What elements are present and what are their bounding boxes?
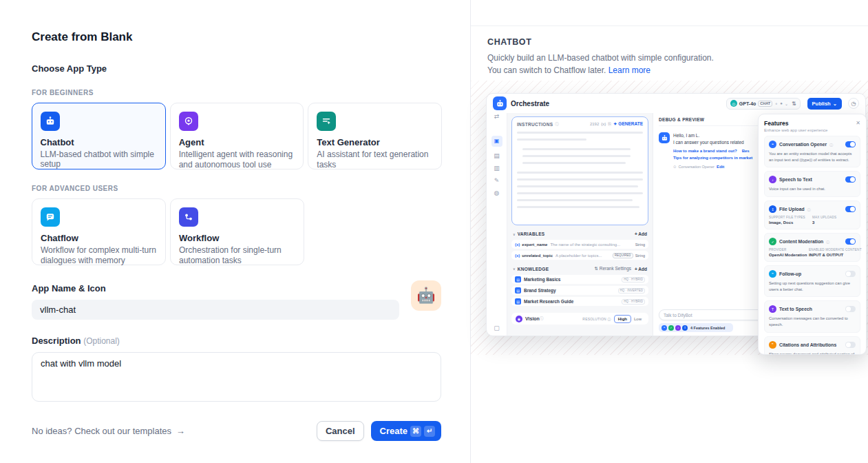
mini-grid-icon: ▢	[494, 325, 500, 331]
for-advanced-label: FOR ADVANCED USERS	[32, 185, 470, 192]
cancel-button[interactable]: Cancel	[317, 421, 364, 441]
mini-add-variable: + Add	[635, 232, 647, 236]
mini-variable-row: {x} expert_name The name of the strategi…	[511, 240, 648, 249]
mini-header: Orchestrate ◎ GPT-4o CHAT ⚬ ● ⌄ ⇅ Publis…	[487, 94, 865, 113]
mini-knowledge-row: ▤ Brand Strategy HQ · INVERTED	[511, 286, 648, 295]
close-icon: ✕	[856, 121, 860, 126]
mini-model-mode-badge: CHAT	[758, 101, 772, 107]
agent-icon	[179, 112, 198, 131]
chevron-down-icon: ∨	[513, 232, 516, 236]
create-app-panel: Create from Blank Choose App Type FOR BE…	[0, 0, 470, 463]
feature-toggle	[845, 141, 856, 147]
card-text-generator-title: Text Generator	[317, 137, 433, 147]
feature-item: ↥ File Upload ⓘ SUPPORT FILE TYPES Image…	[764, 200, 860, 229]
card-chatflow[interactable]: Chatflow Workflow for complex multi-turn…	[32, 198, 166, 265]
mini-instructions-panel: INSTRUCTIONS ⓘ 2192 {x} ⎘ ✦ GENERATE	[511, 116, 648, 225]
feature-toggle	[845, 271, 856, 277]
card-text-generator[interactable]: Text Generator AI assistant for text gen…	[308, 103, 442, 169]
moderation-feature-icon: ✓	[668, 325, 674, 331]
card-agent-desc: Intelligent agent with reasoning and aut…	[179, 150, 295, 169]
mini-model-name: GPT-4o	[739, 101, 756, 106]
preview-description: Quickly build an LLM-based chatbot with …	[487, 52, 725, 76]
conversation-opener-icon: ❝	[769, 141, 776, 148]
app-icon-picker[interactable]: 🤖	[411, 280, 441, 311]
upload-feature-icon: ↥	[682, 325, 688, 331]
mini-knowledge-header: ∨ KNOWLEDGE ⇅ Rerank Settings + Add	[513, 266, 647, 271]
mini-app-robot-icon	[493, 96, 507, 110]
dataset-icon: ▤	[515, 298, 521, 305]
opener-icon: ⊙	[673, 165, 677, 169]
placeholder-line	[522, 148, 631, 150]
choose-app-type-heading: Choose App Type	[32, 63, 470, 74]
mini-rerank-settings: ⇅ Rerank Settings	[594, 266, 631, 271]
mini-variable-row: {x} unrelated_topic A placeholder for to…	[511, 251, 648, 260]
text-to-speech-icon: T	[769, 305, 776, 313]
description-textarea[interactable]: chat with vllm model	[32, 352, 441, 402]
app-type-preview-panel: CHATBOT Quickly build an LLM-based chatb…	[470, 0, 868, 463]
mini-copy-icon: ⎘	[608, 122, 611, 127]
mini-sliders-icon: ⇅	[792, 101, 796, 107]
placeholder-line	[517, 132, 643, 134]
card-chatflow-desc: Workflow for complex multi-turn dialogue…	[41, 245, 157, 265]
advanced-cards-row: Chatflow Workflow for complex multi-turn…	[32, 198, 442, 265]
eye-icon: ◉	[516, 316, 522, 322]
placeholder-line	[517, 185, 638, 187]
mini-note-icon: ✎	[494, 178, 500, 184]
placeholder-line	[522, 155, 631, 157]
mini-settings-dot-icon: ●	[780, 101, 783, 105]
feature-toggle	[845, 238, 856, 245]
mini-edit-link: Edit	[717, 165, 724, 169]
card-workflow-title: Workflow	[179, 233, 295, 243]
mini-knowledge-row: ▤ Market Research Guide HQ · HYBRID	[511, 297, 648, 306]
chatflow-icon	[41, 207, 60, 227]
opener-feature-icon: ❝	[661, 325, 667, 331]
dataset-icon: ▤	[515, 276, 521, 282]
app-name-label: App Name & Icon	[32, 283, 441, 294]
card-agent-title: Agent	[179, 137, 295, 147]
shield-check-icon: ✓	[769, 238, 776, 245]
feature-item: T Text to Speech Conversation messages c…	[764, 300, 860, 332]
chat-bubble-icon: ❞	[769, 270, 776, 278]
mini-chevron-down-icon: ⌄	[785, 101, 788, 106]
card-chatbot[interactable]: Chatbot LLM-based chatbot with simple se…	[32, 103, 166, 169]
templates-link[interactable]: No ideas? Check out our templates →	[32, 426, 317, 436]
preview-header: CHATBOT Quickly build an LLM-based chatb…	[471, 26, 868, 76]
speech-feature-icon: ♪	[675, 325, 681, 331]
feature-toggle	[845, 176, 856, 183]
app-name-input[interactable]	[32, 300, 399, 320]
placeholder-line	[517, 138, 586, 141]
features-title: Features	[764, 120, 788, 127]
preview-heading: CHATBOT	[487, 37, 851, 47]
beginner-cards-row: Chatbot LLM-based chatbot with simple se…	[32, 103, 442, 169]
feature-toggle	[845, 306, 856, 312]
learn-more-link[interactable]: Learn more	[608, 65, 650, 75]
feature-item: ✓ Content Moderation ⓘ PROVIDER OpenAI M…	[764, 233, 860, 262]
card-chatflow-title: Chatflow	[41, 233, 157, 243]
mini-bot-avatar	[659, 132, 670, 143]
card-workflow[interactable]: Workflow Orchestration for single-turn a…	[170, 198, 304, 265]
mini-history-icon: ◷	[848, 98, 859, 109]
features-subtitle: Enhance web app user experience	[764, 128, 860, 132]
mini-knowledge-row: ▤ Marketing Basics HQ · HYBRID	[511, 275, 648, 284]
mini-sidebar-rail: ⇄ ▣ ▤ ▥ ✎ ◍ ▢	[487, 113, 507, 336]
feature-toggle	[845, 342, 856, 348]
mini-prompt-tab-icon: ▣	[491, 136, 502, 147]
citation-icon: ❞	[769, 341, 776, 349]
card-agent[interactable]: Agent Intelligent agent with reasoning a…	[170, 103, 304, 169]
mini-features-panel: Features ✕ Enhance web app user experien…	[758, 114, 867, 355]
top-strip	[471, 0, 868, 26]
robot-emoji-icon: 🤖	[416, 287, 435, 305]
info-icon: ⓘ	[826, 240, 829, 244]
create-button[interactable]: Create ⌘ ↵	[371, 421, 441, 441]
required-badge: REQUIRED	[613, 253, 633, 258]
info-icon: ⓘ	[540, 316, 544, 321]
placeholder-line	[517, 199, 633, 201]
page-title: Create from Blank	[32, 30, 470, 44]
feature-item: ❞ Follow-up Setting up next questions su…	[764, 265, 860, 297]
mini-vision-row: ◉ Vision ⓘ RESOLUTION ⓘ High Low	[511, 313, 648, 325]
mini-suggestion: Bes	[742, 149, 750, 153]
description-section: Description (Optional) chat with vllm mo…	[32, 336, 441, 402]
chatbot-robot-icon	[41, 112, 60, 131]
enter-key-icon: ↵	[424, 426, 435, 437]
folder-icon: ↥	[769, 205, 776, 213]
